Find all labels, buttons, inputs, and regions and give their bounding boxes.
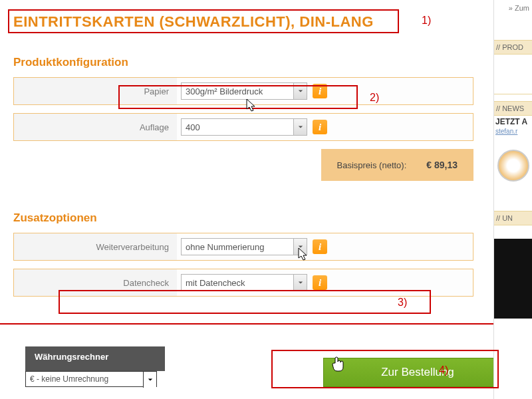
label-paper: Papier bbox=[14, 78, 177, 104]
info-icon-paper[interactable]: i bbox=[313, 84, 327, 98]
annotation-label-1: 1) bbox=[422, 15, 431, 27]
annotation-label-4: 4) bbox=[439, 364, 448, 376]
info-icon-datacheck[interactable]: i bbox=[313, 275, 327, 290]
chevron-down-icon bbox=[293, 119, 307, 135]
chevron-down-icon bbox=[293, 275, 307, 291]
right-sidebar: » Zum // PROD // NEWS JETZT A stefan.r /… bbox=[493, 0, 532, 399]
sidebar-band-un: // UN bbox=[494, 211, 532, 225]
row-processing: Weiterverarbeitung ohne Nummerierung i bbox=[13, 233, 473, 261]
label-datacheck: Datencheck bbox=[14, 269, 177, 296]
price-value: € 89,13 bbox=[426, 160, 458, 170]
currency-converter: Währungsrechner bbox=[25, 346, 165, 371]
row-quantity: Auflage 400 i bbox=[13, 113, 473, 141]
select-currency-value: € - keine Umrechnung bbox=[30, 374, 108, 384]
label-processing: Weiterverarbeitung bbox=[14, 233, 177, 260]
chevron-down-icon bbox=[143, 372, 156, 388]
sidebar-band-news: // NEWS bbox=[494, 101, 532, 116]
order-button[interactable]: Zur Bestellung bbox=[323, 358, 512, 387]
sidebar-stefan-link[interactable]: stefan.r bbox=[494, 128, 532, 135]
select-processing[interactable]: ohne Nummerierung bbox=[181, 238, 307, 255]
select-quantity-value: 400 bbox=[186, 122, 200, 132]
chevron-down-icon bbox=[293, 83, 307, 99]
footer-bar: Währungsrechner € - keine Umrechnung Zur… bbox=[0, 323, 532, 399]
select-currency[interactable]: € - keine Umrechnung bbox=[25, 371, 157, 387]
info-icon-processing[interactable]: i bbox=[313, 239, 327, 254]
sidebar-promo bbox=[494, 239, 532, 319]
label-quantity: Auflage bbox=[14, 114, 177, 140]
row-datacheck: Datencheck mit Datencheck i bbox=[13, 269, 473, 297]
section-extras-title: Zusatzoptionen bbox=[13, 211, 473, 225]
page-title: EINTRITTSKARTEN (SCHWARZLICHT), DIN-LANG bbox=[13, 13, 473, 31]
currency-title: Währungsrechner bbox=[35, 352, 156, 362]
select-paper-value: 300g/m² Bilderdruck bbox=[186, 86, 263, 96]
sidebar-top-link[interactable]: » Zum bbox=[494, 0, 532, 16]
select-quantity[interactable]: 400 bbox=[181, 118, 307, 136]
trust-badge-icon bbox=[497, 150, 529, 182]
select-datacheck[interactable]: mit Datencheck bbox=[181, 274, 307, 291]
info-icon-quantity[interactable]: i bbox=[313, 120, 327, 134]
section-config-title: Produktkonfiguration bbox=[13, 56, 473, 69]
chevron-down-icon bbox=[293, 239, 307, 255]
annotation-label-2: 2) bbox=[370, 92, 379, 104]
sidebar-band-prod: // PROD bbox=[494, 40, 532, 55]
select-datacheck-value: mit Datencheck bbox=[186, 278, 245, 288]
price-box: Basispreis (netto): € 89,13 bbox=[321, 149, 473, 181]
sidebar-jetzt: JETZT A bbox=[494, 116, 532, 128]
price-label: Basispreis (netto): bbox=[337, 160, 407, 170]
select-processing-value: ohne Nummerierung bbox=[186, 242, 265, 252]
select-paper[interactable]: 300g/m² Bilderdruck bbox=[181, 82, 307, 100]
annotation-label-3: 3) bbox=[398, 297, 407, 309]
row-paper: Papier 300g/m² Bilderdruck i bbox=[13, 77, 473, 105]
